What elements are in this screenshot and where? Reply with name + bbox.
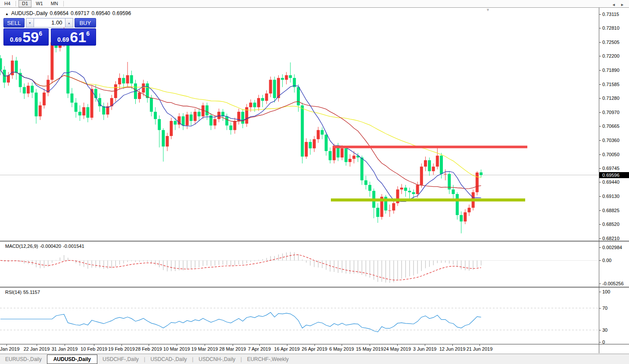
sell-price-big: 59	[22, 29, 39, 45]
price-axis-tick: 0.69440	[602, 179, 620, 185]
tab-audusd-daily[interactable]: AUDUSD-,Daily	[47, 355, 97, 364]
timeframe-button-h4[interactable]: H4	[1, 0, 14, 7]
timeframe-button-d1[interactable]: D1	[19, 0, 31, 7]
axis-tickmark	[599, 182, 601, 182]
rsi-value: 55.1157	[23, 290, 40, 295]
ohlc-close: 0.69596	[112, 10, 131, 16]
buy-button[interactable]: BUY	[75, 18, 96, 28]
collapse-one-click-icon[interactable]: ▲	[5, 12, 9, 16]
date-axis-label: 22 Jan 2019	[24, 346, 50, 352]
macd-chart[interactable]	[0, 242, 599, 287]
date-axis-label: 13 Jan 2019	[0, 346, 19, 352]
date-axis-tickmark	[480, 344, 480, 346]
price-axis-tick: 0.71890	[602, 68, 620, 73]
ohlc-high: 0.69717	[71, 10, 89, 16]
buy-price-big: 61	[70, 29, 86, 45]
chart-shift-marker-icon[interactable]: ▼	[486, 8, 490, 12]
macd-name: MACD(12,26,9)	[5, 244, 38, 249]
macd-signal-value: -0.001541	[63, 244, 84, 249]
sell-price-box[interactable]: 0.69 59 6	[3, 28, 49, 46]
date-axis-tickmark	[287, 344, 287, 346]
date-axis-label: 7 Apr 2019	[248, 346, 271, 352]
date-axis-label: 19 Mar 2019	[191, 346, 218, 352]
date-axis-label: 26 Apr 2019	[302, 346, 327, 352]
axis-tickmark	[599, 14, 601, 15]
macd-axis-tick: 0.002984	[602, 245, 622, 250]
axis-tickmark	[599, 84, 601, 85]
axis-tickmark	[599, 284, 601, 284]
axis-tickmark	[599, 112, 601, 113]
volume-increase-icon[interactable]: ▲	[65, 18, 73, 28]
price-axis-tick: 0.68520	[602, 222, 620, 227]
macd-label: MACD(12,26,9)-0.000420-0.001541	[5, 244, 86, 249]
macd-axis-tick: -0.005256	[602, 281, 624, 286]
sell-price-pip: 6	[39, 30, 42, 37]
axis-tickmark	[599, 247, 601, 248]
timeframe-button-w1[interactable]: W1	[32, 0, 47, 7]
macd-axis-tick: 0.00	[602, 258, 611, 263]
axis-tickmark	[599, 224, 601, 225]
date-axis-tickmark	[259, 344, 260, 346]
price-axis-tick: 0.72810	[602, 25, 620, 31]
tab-eurusd-daily[interactable]: EURUSD-,Daily	[0, 355, 47, 364]
tab-usdchf-daily[interactable]: USDCHF-,Daily	[97, 355, 144, 364]
sell-button[interactable]: SELL	[3, 18, 25, 28]
toolbar-separator	[16, 1, 16, 6]
tab-usdcnh-daily[interactable]: USDCNH-,Daily	[193, 355, 240, 364]
price-axis-tick: 0.70360	[602, 138, 620, 143]
axis-tickmark	[599, 260, 601, 261]
date-axis-tickmark	[149, 344, 149, 346]
axis-tickmark	[599, 292, 601, 292]
price-axis-tick: 0.69745	[602, 166, 620, 171]
date-axis-tickmark	[177, 344, 177, 346]
date-axis-tickmark	[6, 344, 7, 346]
axis-tickmark	[599, 238, 601, 239]
chart-symbol-label: AUDUSD-,Daily	[11, 10, 48, 16]
date-axis-label: 15 May 2019	[356, 346, 383, 352]
axis-tickmark	[599, 330, 601, 330]
volume-input[interactable]: 1.00	[34, 18, 65, 28]
sell-price-prefix: 0.69	[10, 36, 22, 43]
date-axis-tickmark	[37, 344, 37, 346]
date-axis-label: 12 Jun 2019	[439, 346, 466, 352]
date-axis-tickmark	[425, 344, 425, 346]
date-axis-label: 28 Mar 2019	[219, 346, 246, 352]
rsi-chart[interactable]	[0, 288, 599, 344]
date-axis-tickmark	[342, 344, 342, 346]
date-axis-tickmark	[121, 344, 122, 346]
date-axis-label: 24 May 2019	[383, 346, 411, 352]
tab-eurchf-weekly[interactable]: EURCHF-,Weekly	[242, 355, 293, 364]
date-axis-tickmark	[205, 344, 205, 346]
one-click-trading-panel: SELL ▼ 1.00 ▲ BUY 0.69 59 6 0.69 61 6	[3, 18, 96, 46]
date-axis-label: 10 Feb 2019	[81, 346, 107, 352]
price-axis-tick: 0.72505	[602, 40, 620, 45]
tab-scroll-left-icon[interactable]: ◄	[612, 3, 616, 7]
axis-tickmark	[599, 342, 601, 342]
tab-usdcad-daily[interactable]: USDCAD-,Daily	[145, 355, 192, 364]
rsi-name: RSI(14)	[5, 290, 22, 295]
date-axis-label: 10 Mar 2019	[163, 346, 190, 352]
axis-tickmark	[599, 308, 601, 308]
price-axis-tick: 0.69130	[602, 194, 620, 199]
ohlc-open: 0.69654	[50, 10, 69, 16]
date-axis-tickmark	[94, 344, 94, 346]
price-axis-tick: 0.71585	[602, 82, 620, 87]
date-axis-label: 16 Apr 2019	[274, 346, 299, 352]
price-axis-tick: 0.70050	[602, 152, 620, 157]
rsi-axis-tick: 70	[602, 305, 607, 311]
rsi-pane[interactable]	[0, 288, 599, 344]
axis-tickmark	[599, 56, 601, 56]
chart-header: ▲AUDUSD-,Daily0.696540.697170.695400.695…	[5, 10, 133, 16]
buy-price-box[interactable]: 0.69 61 6	[51, 28, 96, 46]
axis-tickmark	[599, 210, 601, 211]
axis-tickmark	[599, 28, 601, 28]
macd-pane[interactable]	[0, 242, 599, 287]
date-axis-label: 19 Feb 2019	[108, 346, 135, 352]
timeframe-button-mn[interactable]: MN	[47, 0, 62, 7]
price-axis-tick: 0.68825	[602, 208, 620, 213]
price-axis-tick: 0.70665	[602, 123, 620, 129]
tab-scroll-right-icon[interactable]: ►	[620, 3, 624, 7]
volume-decrease-icon[interactable]: ▼	[26, 18, 34, 28]
mt4-window: H4D1W1MN ▲AUDUSD-,Daily0.696540.697170.6…	[0, 0, 629, 364]
axis-tickmark	[599, 70, 601, 71]
